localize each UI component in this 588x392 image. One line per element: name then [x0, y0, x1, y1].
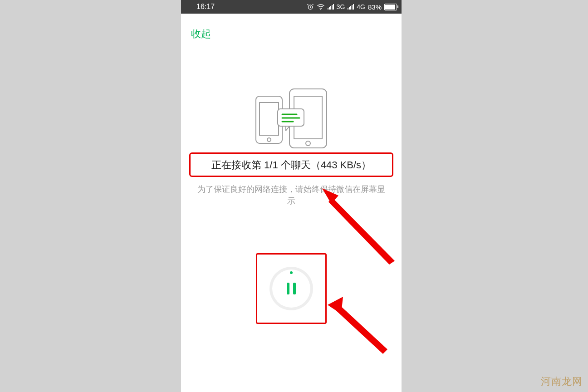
alarm-icon	[307, 3, 314, 10]
svg-rect-13	[260, 103, 279, 135]
svg-rect-2	[328, 8, 328, 10]
signal-b-icon	[348, 4, 354, 10]
transfer-status-text: 正在接收第 1/1 个聊天（443 KB/s）	[194, 158, 388, 172]
progress-dot-icon	[290, 271, 293, 274]
svg-rect-5	[332, 5, 333, 10]
signal-a-icon	[328, 4, 334, 10]
svg-point-17	[306, 141, 310, 146]
wifi-icon	[317, 4, 325, 10]
svg-point-1	[320, 9, 321, 10]
svg-rect-3	[329, 7, 330, 10]
svg-rect-7	[348, 8, 348, 10]
watermark-text: 河南龙网	[541, 375, 583, 388]
status-bar: 16:17	[181, 0, 402, 14]
status-time: 16:17	[196, 3, 215, 11]
svg-point-14	[267, 138, 271, 142]
collapse-button[interactable]: 收起	[191, 27, 211, 41]
svg-rect-11	[353, 4, 354, 10]
signal-b-label: 4G	[357, 3, 365, 10]
svg-rect-9	[350, 6, 351, 10]
battery-percent: 83%	[368, 3, 382, 11]
pause-icon	[287, 283, 296, 294]
status-highlight-box: 正在接收第 1/1 个聊天（443 KB/s）	[189, 152, 393, 177]
svg-rect-6	[333, 4, 334, 10]
phone-frame: 16:17	[181, 0, 402, 392]
transfer-hint-text: 为了保证良好的网络连接，请始终保持微信在屏幕显示	[195, 183, 388, 207]
pause-button[interactable]	[272, 270, 310, 308]
top-bar: 收起	[181, 14, 402, 41]
signal-a-label: 3G	[337, 3, 345, 10]
svg-rect-4	[330, 6, 331, 10]
battery-icon	[384, 4, 397, 10]
svg-rect-10	[352, 5, 353, 10]
svg-rect-8	[349, 7, 350, 10]
transfer-illustration	[246, 86, 337, 150]
pause-highlight-box	[256, 253, 327, 324]
